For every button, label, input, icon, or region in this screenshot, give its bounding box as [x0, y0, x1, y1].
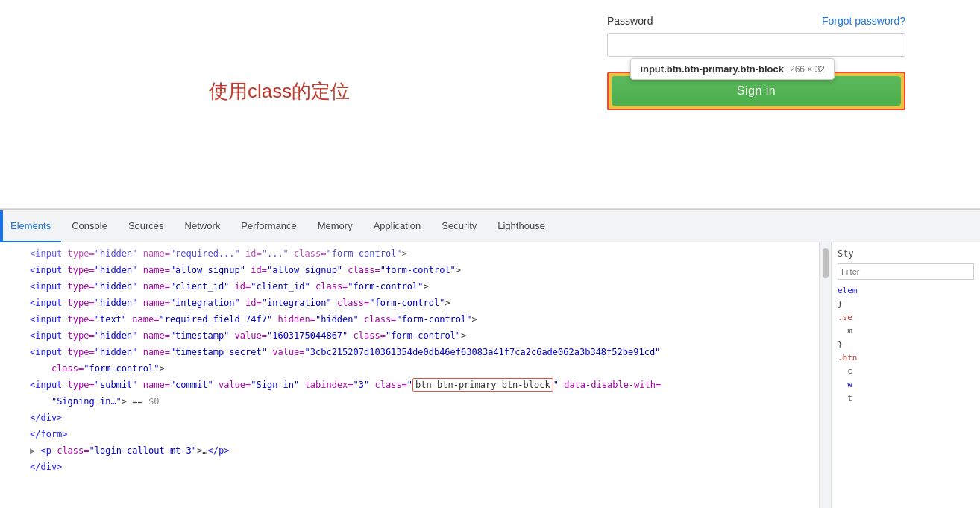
code-line: <input type="text" name="required_field_… [0, 311, 819, 327]
code-panel: <input type="hidden" name="required..." … [0, 242, 819, 508]
chinese-label: 使用class的定位 [209, 78, 350, 104]
style-line: } [838, 298, 974, 311]
code-line-highlighted: <input type="submit" name="commit" value… [0, 377, 819, 393]
style-line: m [838, 324, 974, 338]
style-line: .btn [838, 351, 974, 365]
style-line: } [838, 338, 974, 351]
devtools-content: <input type="hidden" name="required..." … [0, 242, 980, 508]
tab-application[interactable]: Application [363, 210, 432, 242]
tab-network[interactable]: Network [175, 210, 231, 242]
code-line: </div> [0, 459, 819, 475]
password-label: Password [607, 15, 653, 27]
class-highlight-box: btn btn-primary btn-block [412, 378, 553, 392]
code-line: <input type="hidden" name="allow_signup"… [0, 262, 819, 278]
style-filter-input[interactable] [838, 263, 974, 280]
login-area: Password Forgot password? input.btn.btn-… [592, 0, 920, 125]
tab-memory[interactable]: Memory [307, 210, 363, 242]
code-line: "Signing in…"> == $0 [0, 393, 819, 410]
forgot-password-link[interactable]: Forgot password? [822, 15, 905, 27]
tab-elements[interactable]: Elements [0, 210, 61, 242]
tooltip-selector: input.btn.btn-primary.btn-block [640, 63, 784, 75]
style-line: w [838, 378, 974, 392]
code-line: class="form-control"> [0, 360, 819, 377]
element-tooltip: input.btn.btn-primary.btn-block 266 × 32 [630, 58, 835, 80]
tab-security[interactable]: Security [431, 210, 487, 242]
style-line: c [838, 365, 974, 378]
style-line: t [838, 392, 974, 405]
style-panel: Sty elem } .se m } .btn c [831, 242, 980, 508]
scrollbar[interactable] [819, 242, 831, 508]
style-line: .se [838, 311, 974, 324]
scrollbar-thumb[interactable] [823, 248, 829, 278]
tab-performance[interactable]: Performance [230, 210, 307, 242]
password-row: Password Forgot password? [607, 15, 905, 27]
style-line: elem [838, 284, 974, 298]
devtools-tabs: Elements Console Sources Network Perform… [0, 210, 980, 242]
tab-lighthouse[interactable]: Lighthouse [487, 210, 556, 242]
code-line: <input type="hidden" name="client_id" id… [0, 278, 819, 295]
code-line: </form> [0, 426, 819, 442]
code-line: ▶ <p class="login-callout mt-3">…</p> [0, 442, 819, 459]
tab-console[interactable]: Console [61, 210, 118, 242]
code-line: <input type="hidden" name="integration" … [0, 295, 819, 311]
page-content: 使用class的定位 Password Forgot password? inp… [0, 0, 980, 208]
code-line-partial: <input type="hidden" name="required..." … [0, 245, 819, 262]
browser-top: 使用class的定位 Password Forgot password? inp… [0, 0, 980, 209]
tab-sources[interactable]: Sources [118, 210, 175, 242]
devtools-panel: Elements Console Sources Network Perform… [0, 209, 980, 508]
tooltip-dimensions: 266 × 32 [790, 64, 825, 75]
sign-in-button[interactable]: Sign in [612, 76, 901, 106]
code-line: <input type="hidden" name="timestamp_sec… [0, 344, 819, 360]
password-input-field[interactable] [607, 33, 905, 57]
style-panel-title: Sty [838, 248, 974, 259]
code-line: <input type="hidden" name="timestamp" va… [0, 327, 819, 344]
code-line: </div> [0, 410, 819, 426]
